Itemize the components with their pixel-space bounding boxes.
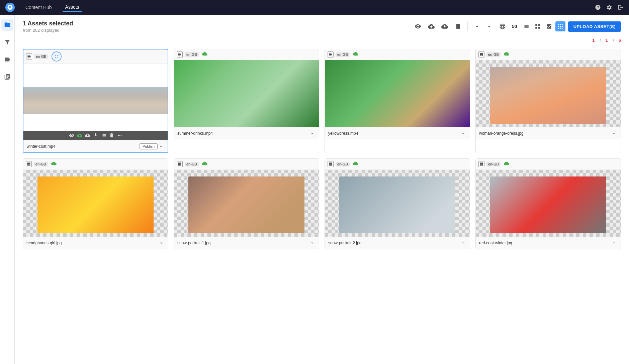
sidebar-item-assets[interactable] xyxy=(1,19,13,31)
thumbnail-white-top xyxy=(23,64,168,87)
sidebar-item-collections[interactable] xyxy=(1,71,13,83)
asset-thumbnail-orange-dress xyxy=(476,60,621,127)
locale-badge: en-GB xyxy=(185,52,199,57)
photo-type-icon xyxy=(478,51,484,57)
asset-card-headphones[interactable]: en-GB headphones-girl.jpg xyxy=(23,158,168,249)
cloud-status-icon xyxy=(51,161,57,167)
video-type-icon xyxy=(26,53,32,59)
header-bar: 1 Assets selected from 262 displayed xyxy=(23,20,621,33)
language-button[interactable] xyxy=(497,21,508,32)
asset-card-snow-portrait-2[interactable]: en-GB snow-portrait-2.jpg xyxy=(325,158,470,249)
asset-name: yellowdress.mp4 xyxy=(328,131,460,136)
asset-toolbar xyxy=(23,131,168,140)
asset-name: snow-portrait-2.jpg xyxy=(328,241,460,245)
eye-action-icon[interactable] xyxy=(69,133,74,138)
list-action-icon[interactable] xyxy=(101,133,106,138)
photo-type-icon xyxy=(328,161,334,167)
asset-name: red-coat-winter.jpg xyxy=(479,241,611,245)
video-type-icon xyxy=(328,51,334,57)
help-icon[interactable] xyxy=(595,4,601,10)
expand-arrow[interactable] xyxy=(611,240,617,246)
cloud-status-icon xyxy=(353,51,358,58)
asset-card-snow-portrait-1[interactable]: en-GB snow-portrait-1.jpg xyxy=(174,158,319,249)
asset-name: winter-coat.mp4 xyxy=(27,144,138,149)
pagination-total: 6 xyxy=(619,38,621,43)
asset-card-header: en-GB xyxy=(325,159,470,170)
per-page-count: 50 xyxy=(511,24,519,29)
divider xyxy=(467,22,468,31)
expand-arrow[interactable] xyxy=(158,143,164,150)
grid-view-button[interactable] xyxy=(533,21,543,31)
thumbnail-white-bottom xyxy=(23,114,168,131)
cloud-down-action-icon[interactable] xyxy=(85,133,90,138)
asset-thumbnail-winter-coat xyxy=(23,64,168,131)
locale-badge: en-GB xyxy=(486,52,501,57)
asset-card-yellowdress[interactable]: en-GB yellowdress.mp4 xyxy=(325,49,470,153)
asset-card-header: en-GB xyxy=(174,49,319,60)
asset-card-header: en-GB xyxy=(23,159,168,170)
logout-icon[interactable] xyxy=(618,4,624,10)
publish-badge[interactable]: Publish xyxy=(140,143,158,149)
asset-footer: yellowdress.mp4 xyxy=(325,127,470,139)
sort-controls xyxy=(472,21,495,32)
expand-arrow[interactable] xyxy=(611,130,617,137)
cloud-up-action-icon[interactable] xyxy=(77,133,82,138)
content-area: 1 Assets selected from 262 displayed xyxy=(15,15,629,364)
nav-assets[interactable]: Assets xyxy=(63,3,82,12)
nav-content-hub[interactable]: Content Hub xyxy=(23,3,55,11)
sidebar-item-tags[interactable] xyxy=(1,53,13,66)
expand-arrow[interactable] xyxy=(309,240,316,246)
asset-thumbnail-snow-portrait-1 xyxy=(174,170,319,237)
unpublish-button[interactable] xyxy=(439,21,450,32)
expand-arrow[interactable] xyxy=(460,240,466,246)
asset-grid: en-GB xyxy=(23,49,621,249)
displayed-count-label: from 262 displayed xyxy=(23,28,409,33)
cloud-status-icon xyxy=(202,51,207,58)
asset-card-summer-drinks[interactable]: en-GB summer-drinks.mp4 xyxy=(174,49,319,153)
trash-action-icon[interactable] xyxy=(109,133,114,138)
pagination-prev[interactable] xyxy=(597,37,604,43)
pagination-prev-num: 1 xyxy=(606,38,608,43)
pattern-view-button[interactable] xyxy=(555,21,565,31)
asset-card-header: en-GB xyxy=(23,49,168,64)
expand-arrow[interactable] xyxy=(158,240,165,246)
expand-arrow[interactable] xyxy=(460,130,466,137)
asset-name: snow-portrait-1.jpg xyxy=(177,241,309,245)
sidebar-item-filter[interactable] xyxy=(1,36,13,48)
preview-button[interactable] xyxy=(413,21,423,32)
check-view-button[interactable] xyxy=(544,21,554,31)
cloud-status-icon xyxy=(504,161,509,167)
photo-type-icon xyxy=(177,161,183,167)
expand-arrow[interactable] xyxy=(309,130,316,137)
pagination-current: 1 xyxy=(592,38,595,43)
asset-thumbnail-snow-portrait-2 xyxy=(325,170,470,237)
sort-down-button[interactable] xyxy=(484,21,495,32)
upload-button[interactable] xyxy=(426,21,437,32)
asset-name: woman-orange-dress.jpg xyxy=(479,131,611,136)
download-action-icon[interactable] xyxy=(93,133,98,138)
selection-info: 1 Assets selected from 262 displayed xyxy=(23,20,409,33)
asset-footer: summer-drinks.mp4 xyxy=(174,127,319,139)
view-toggle xyxy=(521,21,565,31)
asset-card-header: en-GB xyxy=(174,159,319,170)
asset-thumbnail-summer-drinks xyxy=(174,60,319,127)
asset-card-winter-coat[interactable]: en-GB xyxy=(23,49,168,153)
selected-count-label: 1 Assets selected xyxy=(23,20,409,27)
locale-badge: en-GB xyxy=(336,52,350,57)
asset-card-red-coat[interactable]: en-GB red-coat-winter.jpg xyxy=(475,158,621,249)
header-actions: 50 UPLOAD ASSET(S) xyxy=(413,21,621,32)
cloud-status-icon xyxy=(353,161,358,167)
settings-icon[interactable] xyxy=(606,4,612,10)
asset-name: summer-drinks.mp4 xyxy=(177,131,309,136)
upload-assets-button[interactable]: UPLOAD ASSET(S) xyxy=(568,21,621,32)
asset-footer: snow-portrait-2.jpg xyxy=(325,237,470,249)
asset-thumbnail-red-coat xyxy=(476,170,621,237)
delete-button[interactable] xyxy=(453,21,463,32)
list-view-button[interactable] xyxy=(521,21,531,31)
refresh-icon-button[interactable] xyxy=(52,51,62,62)
more-action-icon[interactable] xyxy=(117,133,122,138)
asset-card-header: en-GB xyxy=(476,159,621,170)
pagination-next[interactable] xyxy=(610,37,617,43)
sort-up-button[interactable] xyxy=(472,21,482,32)
asset-card-orange-dress[interactable]: en-GB woman-orange-dress.jpg xyxy=(475,49,621,153)
